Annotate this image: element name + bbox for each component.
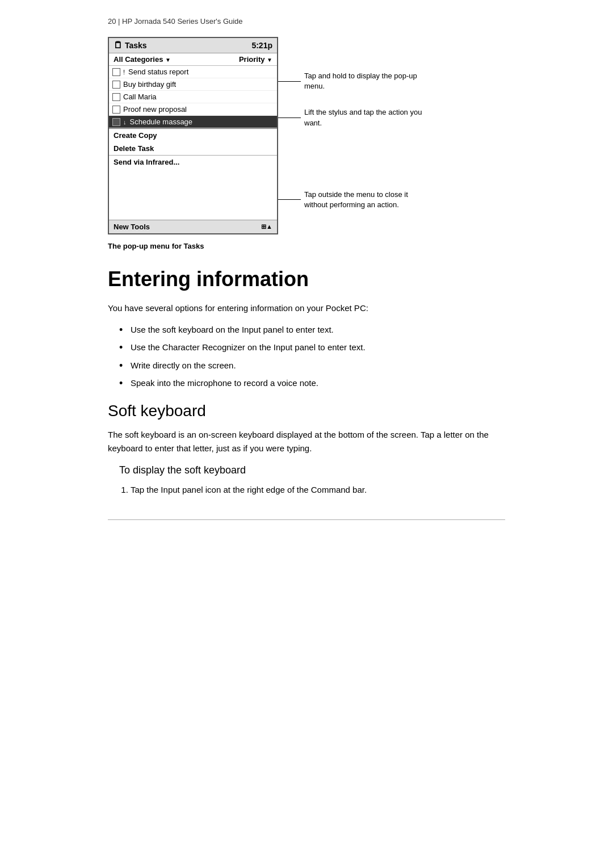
- annotation-spacer: [278, 144, 429, 190]
- task-checkbox-5[interactable]: [112, 118, 120, 126]
- filter-priority[interactable]: Priority ▼: [239, 55, 272, 64]
- device-and-annotations: 🗒 Tasks 5:21p All Categories ▼ Priority …: [108, 37, 429, 237]
- annotation-1-line: [278, 81, 301, 82]
- annotation-2-text: Lift the stylus and tap the action you w…: [304, 107, 429, 128]
- task-text-3: Call Maria: [123, 93, 157, 101]
- tasks-filter-bar[interactable]: All Categories ▼ Priority ▼: [109, 53, 277, 66]
- task-text-1: Send status report: [128, 68, 188, 76]
- task-checkbox-1[interactable]: [112, 68, 120, 76]
- page-container: 20 | HP Jornada 540 Series User's Guide …: [85, 0, 528, 554]
- bullet-2: Use the Character Recognizer on the Inpu…: [119, 341, 505, 355]
- annotation-3-line: [278, 199, 301, 200]
- tasks-title: Tasks: [125, 41, 147, 50]
- task-text-5: Schedule massage: [130, 118, 193, 126]
- priority-dropdown-arrow: ▼: [267, 57, 272, 63]
- empty-area: [109, 169, 277, 220]
- annotation-3: Tap outside the menu to close it without…: [278, 190, 429, 210]
- task-checkbox-4[interactable]: [112, 106, 120, 114]
- page-header: 20 | HP Jornada 540 Series User's Guide: [108, 17, 505, 26]
- page-divider: [108, 519, 505, 520]
- section-entering-heading: Entering information: [108, 267, 505, 291]
- soft-keyboard-paragraph: The soft keyboard is an on-screen keyboa…: [108, 428, 505, 455]
- popup-menu-item-send-infrared[interactable]: Send via Infrared...: [109, 155, 277, 169]
- task-priority-icon-1: !: [123, 69, 125, 76]
- task-item-1[interactable]: ! Send status report: [109, 66, 277, 78]
- annotation-1-text: Tap and hold to display the pop-up menu.: [304, 71, 429, 91]
- soft-keyboard-steps: Tap the Input panel icon at the right ed…: [108, 483, 505, 497]
- annotation-3-text: Tap outside the menu to close it without…: [304, 190, 429, 210]
- tasks-time: 5:21p: [251, 41, 272, 50]
- device-screen: 🗒 Tasks 5:21p All Categories ▼ Priority …: [108, 37, 278, 234]
- soft-keyboard-subsection-heading: To display the soft keyboard: [119, 464, 505, 476]
- task-item-5[interactable]: ↓ Schedule massage: [109, 116, 277, 128]
- tasks-title-left: 🗒 Tasks: [114, 40, 147, 51]
- categories-dropdown-arrow: ▼: [165, 57, 171, 63]
- popup-menu-item-delete-task[interactable]: Delete Task: [109, 142, 277, 155]
- task-checkbox-2[interactable]: [112, 81, 120, 89]
- task-item-4[interactable]: Proof new proposal: [109, 103, 277, 116]
- task-priority-icon-5: ↓: [123, 119, 127, 125]
- tasks-app-icon: 🗒: [114, 40, 123, 51]
- task-item-2[interactable]: Buy birthday gift: [109, 78, 277, 91]
- filter-categories-label: All Categories: [114, 55, 163, 64]
- step-1: Tap the Input panel icon at the right ed…: [131, 483, 505, 497]
- bullet-3: Write directly on the screen.: [119, 359, 505, 373]
- entering-bullets: Use the soft keyboard on the Input panel…: [108, 323, 505, 391]
- screenshot-wrapper: 🗒 Tasks 5:21p All Categories ▼ Priority …: [108, 37, 505, 237]
- bottom-bar-new-tools[interactable]: New Tools: [114, 223, 150, 231]
- annotation-lines: Tap and hold to display the pop-up menu.…: [278, 37, 429, 237]
- task-text-4: Proof new proposal: [123, 105, 187, 114]
- tasks-title-bar: 🗒 Tasks 5:21p: [109, 38, 277, 53]
- annotation-1: Tap and hold to display the pop-up menu.: [278, 71, 429, 91]
- annotation-2: Lift the stylus and tap the action you w…: [278, 107, 429, 128]
- bullet-1: Use the soft keyboard on the Input panel…: [119, 323, 505, 337]
- figure-caption: The pop-up menu for Tasks: [108, 242, 505, 250]
- filter-categories[interactable]: All Categories ▼: [114, 55, 171, 64]
- task-checkbox-3[interactable]: [112, 93, 120, 101]
- tasks-bottom-bar[interactable]: New Tools ⊞▲: [109, 220, 277, 233]
- popup-menu: Create Copy Delete Task Send via Infrare…: [109, 128, 277, 169]
- popup-menu-item-create-copy[interactable]: Create Copy: [109, 129, 277, 142]
- bullet-4: Speak into the microphone to record a vo…: [119, 376, 505, 391]
- tasks-list: ! Send status report Buy birthday gift C…: [109, 66, 277, 128]
- bottom-bar-icons[interactable]: ⊞▲: [261, 223, 272, 230]
- soft-keyboard-heading: Soft keyboard: [108, 402, 505, 420]
- annotation-2-line: [278, 118, 301, 118]
- section-entering-intro: You have several options for entering in…: [108, 301, 505, 315]
- task-text-2: Buy birthday gift: [123, 80, 176, 89]
- filter-priority-label: Priority: [239, 55, 265, 64]
- task-item-3[interactable]: Call Maria: [109, 91, 277, 103]
